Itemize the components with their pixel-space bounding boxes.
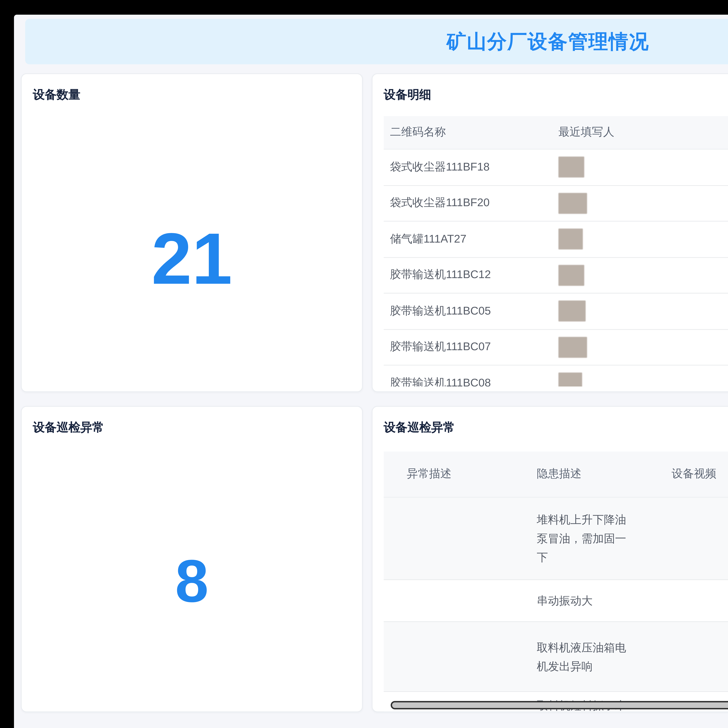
filler-masked: [558, 336, 728, 358]
filler-masked: [558, 193, 728, 214]
device-detail-table: 二维码名称 最近填写人 最近填写时间 最近填写状态 袋式收尘器111BF18 2…: [384, 116, 728, 387]
page-title-banner: 矿山分厂设备管理情况: [25, 19, 728, 64]
table-row-clipped: 胶带输送机111BC08 2022-07-20 03:44:52 正常: [384, 366, 728, 387]
table-row: 胶带输送机111BC07 2022-07-20 03:36:07 正常: [384, 329, 728, 366]
filler-masked: [558, 301, 728, 322]
column-header: 最近填写人: [558, 125, 728, 140]
table-row: 堆料机上升下降油泵冒油，需加固一下 周声妹: [384, 498, 728, 580]
qr-name: 胶带输送机111BC05: [384, 304, 558, 318]
column-header: 异常描述: [384, 467, 518, 482]
table-row: 储气罐111AT27 2021-09-08 09:10:44 正常: [384, 222, 728, 258]
dashboard-page: 矿山分厂设备管理情况 设备数量 21 设备明细: [14, 15, 728, 728]
table-row: 袋式收尘器111BF20 2021-04-04 08:53:34 正常: [384, 185, 728, 222]
filler-masked: [558, 229, 728, 250]
danger-desc: 取料机液压油箱电机发出异响: [518, 638, 653, 676]
device-count-card: 设备数量 21: [21, 73, 363, 392]
qr-name: 胶带输送机111BC07: [384, 340, 558, 355]
table-header-row: 异常描述 隐患描述 设备视频 巡检人 设备照片: [384, 451, 728, 498]
filler-masked: [558, 265, 728, 286]
table-header-row: 二维码名称 最近填写人 最近填写时间 最近填写状态: [384, 116, 728, 150]
column-header: 隐患描述: [518, 467, 653, 482]
table-row: 串动振动大 曾广军: [384, 580, 728, 622]
inspection-abnormal-detail-card: 设备巡检异常 异常描述 隐患描述: [372, 406, 728, 712]
card-title: 设备数量: [33, 87, 80, 102]
device-count-value: 21: [22, 222, 362, 295]
filler-masked: [558, 373, 728, 387]
page-title: 矿山分厂设备管理情况: [447, 28, 649, 55]
horizontal-scrollbar[interactable]: [391, 701, 728, 710]
qr-name: 储气罐111AT27: [384, 232, 558, 246]
table-row: 胶带输送机111BC05 2022-07-20 03:48:09 正常: [384, 294, 728, 329]
card-title: 设备巡检异常: [384, 419, 455, 435]
table-row: 取料机液压油箱电机发出异响 周声妹: [384, 622, 728, 692]
qr-name: 袋式收尘器111BF18: [384, 160, 558, 174]
column-header: 二维码名称: [384, 125, 558, 140]
qr-name: 胶带输送机111BC08: [384, 376, 558, 387]
filler-masked: [558, 157, 728, 177]
qr-name: 袋式收尘器111BF20: [384, 196, 558, 211]
table-row: 胶带输送机111BC12 2022-07-20 03:32:52 正常: [384, 258, 728, 294]
danger-desc: 串动振动大: [518, 591, 653, 610]
table-row: 袋式收尘器111BF18 2021-05-16 14:52:39 正常: [384, 150, 728, 185]
dashboard-screen: 矿山分厂设备管理情况 设备数量 21 设备明细: [0, 0, 728, 728]
danger-desc: 堆料机上升下降油泵冒油，需加固一下: [518, 510, 653, 567]
card-title: 设备巡检异常: [33, 419, 104, 435]
inspection-abnormal-count-card: 设备巡检异常 8: [21, 406, 363, 712]
card-title: 设备明细: [384, 87, 431, 102]
device-detail-card: 设备明细 二维码名称 最近填写人: [372, 73, 728, 392]
column-header: 设备视频: [653, 467, 728, 482]
qr-name: 胶带输送机111BC12: [384, 268, 558, 283]
inspection-abnormal-value: 8: [22, 551, 362, 611]
inspection-abnormal-table: 异常描述 隐患描述 设备视频 巡检人 设备照片 堆料机上升下降油泵冒油，需加固一…: [384, 451, 728, 711]
